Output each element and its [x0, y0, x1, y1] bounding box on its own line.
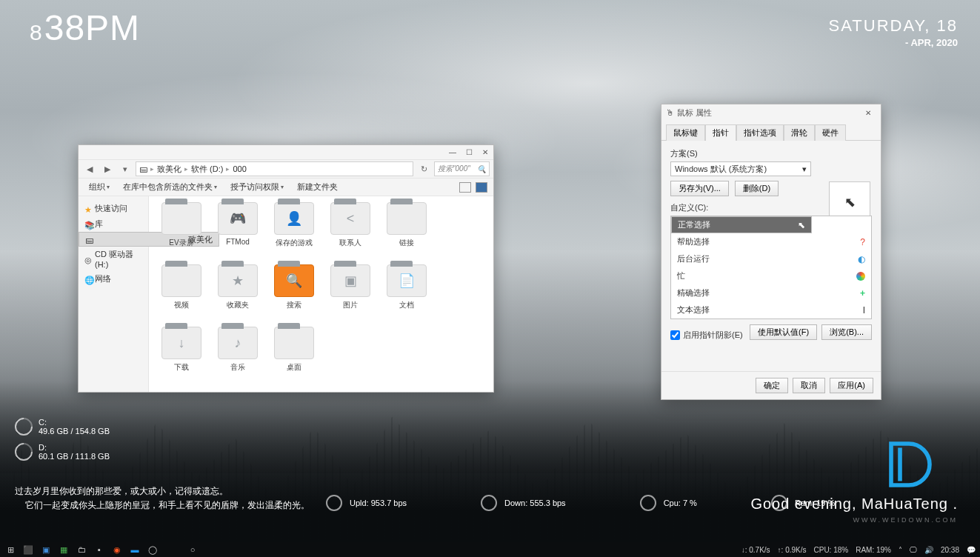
- save-as-button[interactable]: 另存为(V)...: [670, 181, 729, 196]
- file-item[interactable]: <联系人: [324, 202, 377, 261]
- stat-upload: Upld: 953.7 bps: [326, 495, 407, 511]
- taskbar-app4-icon[interactable]: ▬: [129, 544, 141, 556]
- file-item[interactable]: 📄文档: [380, 264, 433, 324]
- file-item[interactable]: 🔍搜索: [267, 264, 321, 324]
- start-button[interactable]: ⊞: [4, 544, 16, 556]
- delete-button[interactable]: 删除(D): [735, 181, 779, 196]
- file-item[interactable]: ▣图片: [324, 264, 377, 324]
- include-library-button[interactable]: 在库中包含所选的文件夹▾: [119, 180, 221, 194]
- pointer-list[interactable]: 正常选择⬉帮助选择?后台运行◐忙精确选择+文本选择I: [670, 216, 872, 319]
- dialog-tabs: 鼠标键指针指针选项滑轮硬件: [661, 121, 881, 141]
- pointer-list-item[interactable]: 后台运行◐: [671, 250, 871, 267]
- greeting-text: Good evening, MaHuaTeng .: [750, 496, 958, 513]
- pointer-list-item[interactable]: 忙: [671, 267, 871, 284]
- tray-notification-icon[interactable]: 💬: [967, 546, 976, 554]
- new-folder-button[interactable]: 新建文件夹: [293, 180, 342, 194]
- explorer-window: — ☐ ✕ ◀ ▶ ▾ 🖴 ▸ 致美化▸ 软件 (D:)▸ 000 ↻ 搜索"0…: [78, 144, 494, 393]
- address-bar: ◀ ▶ ▾ 🖴 ▸ 致美化▸ 软件 (D:)▸ 000 ↻ 搜索"000" 🔍: [79, 160, 493, 179]
- taskbar-app2-icon[interactable]: ▦: [58, 544, 70, 556]
- minimize-button[interactable]: —: [444, 145, 461, 159]
- file-item[interactable]: ♪音乐: [211, 327, 264, 386]
- sidebar-item[interactable]: 📚库: [79, 216, 148, 232]
- dialog-titlebar[interactable]: 🖱 鼠标 属性 ✕: [661, 104, 881, 121]
- pointer-list-item[interactable]: 文本选择I: [671, 301, 871, 318]
- tab[interactable]: 硬件: [815, 124, 846, 141]
- file-item[interactable]: 🎮FTMod: [211, 202, 264, 261]
- drives-widget: C:49.6 GB / 154.8 GB D:60.1 GB / 111.8 G…: [15, 418, 110, 468]
- date-day: SATURDAY, 18: [829, 16, 958, 36]
- pointer-panel: 方案(S) Windows 默认 (系统方案) ▾ 另存为(V)... 删除(D…: [661, 141, 881, 371]
- taskbar-terminal-icon[interactable]: ▪: [93, 544, 105, 556]
- file-item[interactable]: 桌面: [267, 327, 321, 386]
- refresh-button[interactable]: ↻: [416, 161, 431, 176]
- file-item[interactable]: 👤保存的游戏: [267, 202, 321, 261]
- sidebar-item[interactable]: ★快速访问: [79, 201, 148, 216]
- pointer-list-item[interactable]: 帮助选择?: [671, 233, 871, 250]
- drive-icon: 🖴: [139, 164, 147, 173]
- tab[interactable]: 指针选项: [736, 124, 784, 141]
- tab[interactable]: 指针: [705, 124, 736, 141]
- quote-widget: 过去岁月里你收到的那些爱，或大或小，记得或遗忘。 它们一起变成你头上隐形的皇冠，…: [15, 484, 310, 513]
- pointer-list-item[interactable]: 精确选择+: [671, 284, 871, 301]
- ring-icon: [11, 439, 36, 464]
- close-button[interactable]: ✕: [477, 145, 493, 159]
- ring-icon: [11, 414, 36, 439]
- mouse-icon: 🖱: [666, 108, 674, 117]
- search-input[interactable]: 搜索"000" 🔍: [434, 161, 490, 176]
- taskbar-chrome-icon[interactable]: ◯: [147, 544, 159, 556]
- drive-c: C:49.6 GB / 154.8 GB: [15, 418, 110, 436]
- clock-widget: 8 38 PM: [30, 7, 140, 48]
- file-item[interactable]: 链接: [380, 202, 433, 261]
- use-default-button[interactable]: 使用默认值(F): [750, 324, 817, 340]
- pointer-list-item[interactable]: 正常选择⬉: [671, 216, 812, 233]
- maximize-button[interactable]: ☐: [461, 145, 477, 159]
- file-item[interactable]: EV录屏: [155, 202, 208, 261]
- help-button[interactable]: [476, 182, 487, 193]
- taskbar-app3-icon[interactable]: ◉: [111, 544, 123, 556]
- clock-hour: 8: [30, 20, 43, 45]
- forward-button[interactable]: ▶: [100, 161, 115, 176]
- chevron-down-icon: ▾: [802, 164, 807, 174]
- explorer-titlebar[interactable]: — ☐ ✕: [79, 145, 493, 160]
- tray-volume-icon[interactable]: 🔊: [924, 546, 933, 554]
- ok-button[interactable]: 确定: [756, 378, 788, 393]
- apply-button[interactable]: 应用(A): [830, 378, 873, 393]
- taskbar-app1-icon[interactable]: ▣: [40, 544, 52, 556]
- clock-minute: 38: [44, 7, 85, 48]
- shadow-checkbox[interactable]: 启用指针阴影(E): [670, 330, 743, 341]
- dialog-actions: 确定 取消 应用(A): [661, 371, 881, 399]
- back-button[interactable]: ◀: [82, 161, 97, 176]
- stat-download: Down: 555.3 bps: [481, 495, 566, 511]
- clock-ampm: PM: [85, 7, 140, 48]
- cancel-button[interactable]: 取消: [793, 378, 825, 393]
- taskbar[interactable]: ⊞ ⬛ ▣ ▦ 🗀 ▪ ◉ ▬ ◯ ○ ↓: 0.7K/s ↑: 0.9K/s …: [0, 542, 980, 557]
- taskbar-office-icon[interactable]: ⬛: [22, 544, 34, 556]
- logo-d-icon: [876, 435, 936, 494]
- organize-button[interactable]: 组织▾: [84, 180, 114, 194]
- mouse-properties-dialog: 🖱 鼠标 属性 ✕ 鼠标键指针指针选项滑轮硬件 方案(S) Windows 默认…: [661, 104, 881, 400]
- scheme-select[interactable]: Windows 默认 (系统方案) ▾: [670, 161, 811, 176]
- sidebar-item[interactable]: 🌐网络: [79, 271, 148, 287]
- stat-cpu: Cpu: 7 %: [640, 495, 697, 511]
- browse-button[interactable]: 浏览(B)...: [821, 324, 872, 340]
- sidebar-item[interactable]: ◎CD 驱动器 (H:): [79, 247, 148, 271]
- tray-monitor-icon[interactable]: 🖵: [910, 546, 917, 554]
- share-button[interactable]: 授予访问权限▾: [226, 180, 288, 194]
- tab[interactable]: 滑轮: [784, 124, 815, 141]
- search-icon: 🔍: [477, 165, 486, 173]
- file-item[interactable]: 视频: [155, 264, 208, 324]
- system-tray[interactable]: ↓: 0.7K/s ↑: 0.9K/s CPU: 18% RAM: 19% ˄ …: [741, 546, 976, 554]
- taskbar-folder-icon[interactable]: 🗀: [76, 544, 87, 556]
- scheme-label: 方案(S): [670, 148, 872, 159]
- file-item[interactable]: ↓下载: [155, 327, 208, 386]
- date-widget: SATURDAY, 18 - APR, 2020: [829, 16, 958, 48]
- up-button[interactable]: ▾: [118, 161, 133, 176]
- close-button[interactable]: ✕: [860, 106, 876, 119]
- file-item[interactable]: ★收藏夹: [211, 264, 264, 324]
- view-button[interactable]: [459, 182, 471, 193]
- file-grid: EV录屏🎮FTMod👤保存的游戏<联系人链接视频★收藏夹🔍搜索▣图片📄文档↓下载…: [149, 196, 493, 392]
- breadcrumb[interactable]: 🖴 ▸ 致美化▸ 软件 (D:)▸ 000: [136, 161, 413, 176]
- taskbar-cortana-icon[interactable]: ○: [187, 544, 199, 556]
- tab[interactable]: 鼠标键: [666, 124, 705, 141]
- tray-up-icon[interactable]: ˄: [899, 546, 902, 554]
